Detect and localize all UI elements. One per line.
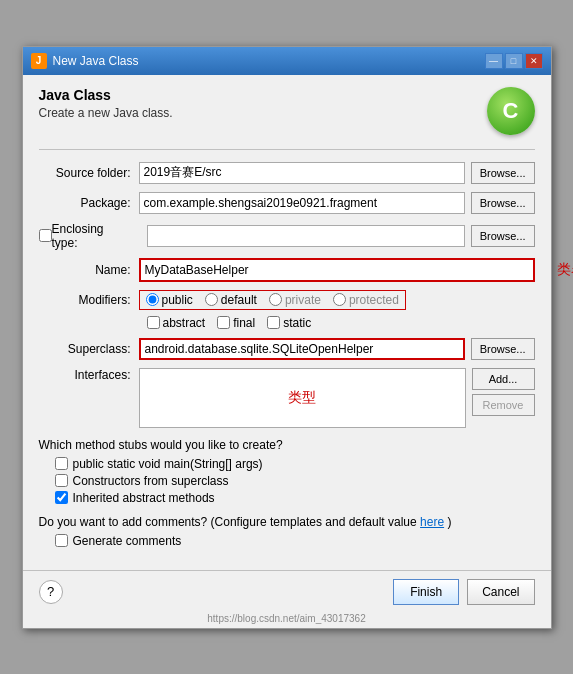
interfaces-label: Interfaces: [39, 368, 139, 382]
source-folder-browse-button[interactable]: Browse... [471, 162, 535, 184]
final-item: final [217, 316, 255, 330]
modifier-public: public [146, 293, 193, 307]
modifiers-label: Modifiers: [39, 293, 139, 307]
modifier-default: default [205, 293, 257, 307]
modifier-extras-group: abstract final static [39, 316, 535, 330]
stub-main-checkbox[interactable] [55, 457, 68, 470]
modifier-protected-label: protected [349, 293, 399, 307]
stub-inherited-checkbox[interactable] [55, 491, 68, 504]
dialog-icon: J [31, 53, 47, 69]
source-folder-input[interactable] [139, 162, 465, 184]
abstract-label: abstract [163, 316, 206, 330]
cancel-button[interactable]: Cancel [467, 579, 534, 605]
enclosing-type-label: Enclosing type: [52, 222, 131, 250]
dialog-content: Java Class Create a new Java class. C So… [23, 75, 551, 570]
package-row: Package: Browse... [39, 192, 535, 214]
stub-constructors-label: Constructors from superclass [73, 474, 229, 488]
titlebar: J New Java Class — □ ✕ [23, 47, 551, 75]
enclosing-type-input[interactable] [147, 225, 465, 247]
stub-main: public static void main(String[] args) [39, 457, 535, 471]
abstract-item: abstract [147, 316, 206, 330]
comments-title: Do you want to add comments? (Configure … [39, 515, 535, 529]
section-title: Java Class [39, 87, 173, 103]
superclass-label: Superclass: [39, 342, 139, 356]
stubs-section: Which method stubs would you like to cre… [39, 438, 535, 505]
add-interface-button[interactable]: Add... [472, 368, 535, 390]
help-icon: ? [47, 584, 54, 599]
comments-link[interactable]: here [420, 515, 444, 529]
generate-comments-label: Generate comments [73, 534, 182, 548]
help-button[interactable]: ? [39, 580, 63, 604]
stub-inherited-label: Inherited abstract methods [73, 491, 215, 505]
icon-letter: J [36, 55, 42, 66]
abstract-checkbox[interactable] [147, 316, 160, 329]
watermark: https://blog.csdn.net/aim_43017362 [23, 613, 551, 628]
static-item: static [267, 316, 311, 330]
static-checkbox[interactable] [267, 316, 280, 329]
modifier-public-label: public [162, 293, 193, 307]
remove-interface-button[interactable]: Remove [472, 394, 535, 416]
name-annotation: 类名 [557, 261, 574, 279]
generate-comments-item: Generate comments [39, 534, 535, 548]
modifier-private-label: private [285, 293, 321, 307]
comments-section: Do you want to add comments? (Configure … [39, 515, 535, 548]
name-label: Name: [39, 263, 139, 277]
static-label: static [283, 316, 311, 330]
comments-question: Do you want to add comments? (Configure … [39, 515, 417, 529]
superclass-browse-button[interactable]: Browse... [471, 338, 535, 360]
logo-icon: C [487, 87, 535, 135]
source-folder-row: Source folder: Browse... [39, 162, 535, 184]
modifier-default-radio[interactable] [205, 293, 218, 306]
interfaces-buttons: Add... Remove [472, 368, 535, 416]
stub-main-label: public static void main(String[] args) [73, 457, 263, 471]
window-controls: — □ ✕ [485, 53, 543, 69]
modifier-protected-radio[interactable] [333, 293, 346, 306]
enclosing-type-row: Enclosing type: Browse... [39, 222, 535, 250]
close-button[interactable]: ✕ [525, 53, 543, 69]
enclosing-type-checkbox[interactable] [39, 229, 52, 242]
header-text: Java Class Create a new Java class. [39, 87, 173, 120]
interfaces-annotation: 类型 [288, 389, 316, 407]
superclass-row: Superclass: Browse... [39, 338, 535, 360]
interfaces-row: Interfaces: 类型 Add... Remove [39, 368, 535, 428]
final-label: final [233, 316, 255, 330]
package-browse-button[interactable]: Browse... [471, 192, 535, 214]
modifier-private: private [269, 293, 321, 307]
modifiers-radio-group: public default private protected [139, 290, 406, 310]
modifier-protected: protected [333, 293, 399, 307]
dialog-footer: ? Finish Cancel [23, 570, 551, 613]
titlebar-left: J New Java Class [31, 53, 139, 69]
new-java-class-dialog: J New Java Class — □ ✕ Java Class Create… [22, 46, 552, 629]
modifiers-row: Modifiers: public default private protec… [39, 290, 535, 310]
generate-comments-checkbox[interactable] [55, 534, 68, 547]
interfaces-area: 类型 [139, 368, 466, 428]
modifier-public-radio[interactable] [146, 293, 159, 306]
stub-inherited: Inherited abstract methods [39, 491, 535, 505]
enclosing-type-browse-button[interactable]: Browse... [471, 225, 535, 247]
name-row: Name: 类名 [39, 258, 535, 282]
section-subtitle: Create a new Java class. [39, 106, 173, 120]
dialog-title: New Java Class [53, 54, 139, 68]
modifier-default-label: default [221, 293, 257, 307]
header-divider [39, 149, 535, 150]
maximize-button[interactable]: □ [505, 53, 523, 69]
comments-question-end: ) [447, 515, 451, 529]
package-label: Package: [39, 196, 139, 210]
name-input-wrapper [139, 258, 535, 282]
header-section: Java Class Create a new Java class. C [39, 87, 535, 135]
minimize-button[interactable]: — [485, 53, 503, 69]
footer-buttons: Finish Cancel [393, 579, 534, 605]
source-folder-label: Source folder: [39, 166, 139, 180]
superclass-input[interactable] [139, 338, 465, 360]
modifier-private-radio[interactable] [269, 293, 282, 306]
stub-constructors: Constructors from superclass [39, 474, 535, 488]
name-input[interactable] [139, 258, 535, 282]
final-checkbox[interactable] [217, 316, 230, 329]
package-input[interactable] [139, 192, 465, 214]
stub-constructors-checkbox[interactable] [55, 474, 68, 487]
finish-button[interactable]: Finish [393, 579, 459, 605]
enclosing-type-check-area: Enclosing type: [39, 222, 139, 250]
stubs-title: Which method stubs would you like to cre… [39, 438, 535, 452]
